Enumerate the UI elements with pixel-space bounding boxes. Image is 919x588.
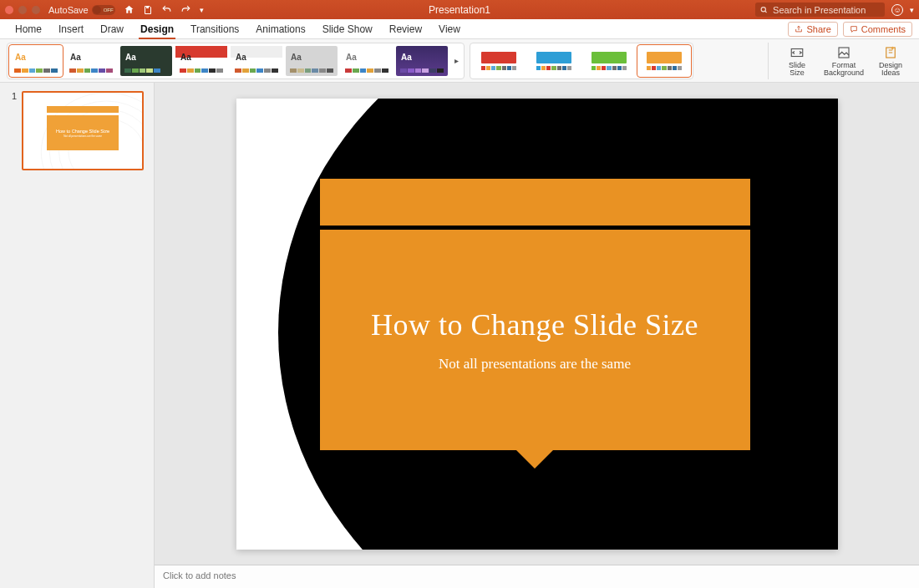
tab-home[interactable]: Home	[7, 19, 50, 38]
tab-insert[interactable]: Insert	[50, 19, 92, 38]
account-chevron-icon[interactable]: ▾	[910, 6, 914, 14]
tab-view[interactable]: View	[430, 19, 469, 38]
slide-thumbnails-panel: 1 How to Change Slide Size Not all prese…	[0, 83, 155, 588]
search-icon	[760, 6, 768, 14]
design-ideas-icon	[883, 45, 898, 60]
theme-minimal[interactable]: Aa	[341, 46, 393, 76]
qat-customize-icon[interactable]: ▾	[200, 6, 204, 14]
slide[interactable]: How to Change Slide Size Not all present…	[236, 99, 838, 550]
theme-grey[interactable]: Aa	[286, 46, 338, 76]
titlebar: AutoSave OFF ▾ Presentation1 ☺ ▾	[0, 0, 919, 19]
minimize-window-button[interactable]	[18, 6, 27, 14]
tab-slide-show[interactable]: Slide Show	[314, 19, 381, 38]
theme-aa-label: Aa	[70, 53, 81, 62]
theme-aa-label: Aa	[180, 53, 191, 62]
maximize-window-button[interactable]	[32, 6, 40, 14]
slide-title-text[interactable]: How to Change Slide Size	[371, 307, 698, 342]
window-controls	[5, 6, 40, 14]
redo-icon[interactable]	[180, 4, 191, 15]
theme-aa-label: Aa	[346, 53, 357, 62]
svg-rect-4	[839, 48, 849, 58]
svg-rect-0	[146, 6, 149, 8]
save-icon[interactable]	[143, 5, 153, 15]
slide-size-label: Slide Size	[789, 62, 805, 77]
theme-aa-label: Aa	[15, 53, 26, 62]
close-window-button[interactable]	[5, 6, 13, 14]
design-ideas-label: Design Ideas	[879, 62, 902, 77]
tab-design[interactable]: Design	[132, 19, 182, 38]
quick-access-toolbar: ▾	[124, 4, 204, 15]
work-area: 1 How to Change Slide Size Not all prese…	[0, 83, 919, 588]
share-icon	[795, 25, 803, 33]
ribbon-tabs: HomeInsertDrawDesignTransitionsAnimation…	[0, 19, 919, 39]
notes-pane[interactable]: Click to add notes	[155, 565, 919, 588]
tab-review[interactable]: Review	[381, 19, 430, 38]
format-background-button[interactable]: Format Background	[822, 43, 866, 79]
autosave-pill: OFF	[92, 5, 115, 15]
themes-more-button[interactable]: ▸	[451, 56, 461, 65]
svg-line-2	[765, 11, 767, 13]
tab-transitions[interactable]: Transitions	[182, 19, 247, 38]
theme-office[interactable]: Aa	[65, 46, 117, 76]
thumb-title: How to Change Slide Size	[56, 129, 109, 134]
variant-green[interactable]	[583, 46, 635, 76]
account-icon[interactable]: ☺	[891, 4, 903, 16]
design-ideas-button[interactable]: Design Ideas	[869, 43, 912, 79]
format-background-icon	[836, 45, 851, 60]
slide-size-icon	[790, 45, 805, 60]
comments-button[interactable]: Comments	[843, 22, 912, 37]
slide-thumbnail[interactable]: How to Change Slide Size Not all present…	[22, 91, 144, 170]
slide-canvas-area[interactable]: How to Change Slide Size Not all present…	[155, 83, 919, 565]
autosave-toggle[interactable]: AutoSave OFF	[48, 5, 115, 15]
theme-aa-label: Aa	[291, 53, 302, 62]
thumbnail-number: 1	[10, 91, 17, 170]
theme-orange[interactable]: Aa	[10, 46, 62, 76]
format-bg-label: Format Background	[824, 62, 864, 77]
search-box[interactable]	[755, 3, 885, 17]
undo-icon[interactable]	[161, 4, 172, 15]
variant-red[interactable]	[473, 46, 525, 76]
theme-white[interactable]: Aa	[231, 46, 282, 76]
search-input[interactable]	[771, 4, 880, 16]
variant-orange[interactable]	[638, 46, 690, 76]
variant-blue[interactable]	[528, 46, 580, 76]
theme-purple[interactable]: Aa	[396, 46, 448, 76]
tab-animations[interactable]: Animations	[247, 19, 313, 38]
comment-icon	[850, 25, 858, 33]
theme-red[interactable]: Aa	[175, 46, 227, 76]
editor-pane: How to Change Slide Size Not all present…	[155, 83, 919, 588]
thumb-subtitle: Not all presentations are the same	[63, 134, 102, 138]
home-icon[interactable]	[124, 4, 135, 15]
theme-aa-label: Aa	[236, 53, 246, 62]
theme-aa-label: Aa	[125, 53, 136, 62]
themes-gallery: AaAaAaAaAaAaAaAa ▸	[7, 43, 465, 79]
share-label: Share	[806, 24, 830, 34]
slide-subtitle-text[interactable]: Not all presentations are the same	[439, 356, 631, 373]
slide-title-box[interactable]: How to Change Slide Size Not all present…	[320, 230, 750, 450]
share-button[interactable]: Share	[788, 22, 837, 37]
autosave-label: AutoSave	[48, 5, 89, 15]
theme-aa-label: Aa	[401, 53, 412, 62]
theme-dark-green[interactable]: Aa	[120, 46, 172, 76]
tab-draw[interactable]: Draw	[92, 19, 132, 38]
slide-header-bar	[320, 179, 750, 226]
thumbnail-item[interactable]: 1 How to Change Slide Size Not all prese…	[10, 91, 144, 170]
slide-size-button[interactable]: Slide Size	[775, 43, 819, 79]
comments-label: Comments	[861, 24, 906, 34]
variants-gallery	[470, 43, 693, 79]
svg-point-1	[761, 7, 765, 11]
design-tools: Slide Size Format Background Design Idea…	[768, 43, 912, 79]
ribbon-design: AaAaAaAaAaAaAaAa ▸ Slide Size Format Bac…	[0, 39, 919, 83]
